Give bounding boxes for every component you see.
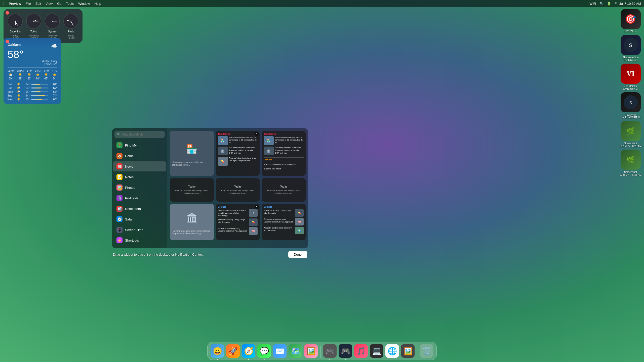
menubar-right: WiFi 🔍 🔋 Fri Jul 7 10:30 AM: [589, 2, 641, 6]
science-story-text: Why People Stop Using Drugs Like Ozempic: [218, 218, 248, 224]
sidebar-item-findmy[interactable]: 📍 Find My: [113, 140, 166, 150]
dock-app-gallery[interactable]: 🖼️: [400, 344, 415, 358]
news-card-today-1[interactable]: Today From Apple News: Get today's news,…: [170, 178, 214, 202]
shortcuts-icon: ⚡: [116, 237, 123, 243]
sidebar-item-podcasts[interactable]: 🎙️ Podcasts: [113, 193, 166, 203]
sidebar-app-hitman[interactable]: 🎯 HITMAN™: [621, 9, 641, 33]
sidebar-item-photos[interactable]: 🖼️ Photos: [113, 183, 166, 193]
dock-app-finder[interactable]: 😀: [210, 344, 225, 358]
terminal-icon: 💻: [370, 344, 383, 358]
story-item: 🏪 El Paso Walmart mass shooter sentenced…: [218, 136, 258, 145]
sidebar-app-screenshot-2[interactable]: 🌿 Screenshot2023-07-…8:35 AM: [620, 150, 641, 176]
search-icon[interactable]: 🔍: [599, 2, 603, 6]
story-thumb-1: 🏪: [218, 136, 228, 145]
menu-go[interactable]: Go: [57, 2, 61, 6]
sidebar-app-warhammer[interactable]: S Total WarWARHAMMER III: [621, 92, 641, 119]
science-tag-2: Science: [264, 206, 304, 208]
sidebar-item-notes[interactable]: 📝 Notes: [113, 172, 166, 182]
widget-search-bar[interactable]: 🔍: [114, 131, 165, 138]
news-card-science-2[interactable]: Science Why People Stop Using Drugs Like…: [262, 204, 306, 240]
search-icon: 🔍: [117, 133, 121, 136]
sidebar-item-shortcuts[interactable]: ⚡ Shortcuts: [113, 235, 166, 245]
science-story-text: Alzheimer's-slowing drug Leqembi gains f…: [264, 218, 294, 223]
dock-app-music[interactable]: 🎵: [354, 344, 368, 358]
menu-edit[interactable]: Edit: [35, 2, 41, 6]
menu-extras[interactable]: 🔋: [607, 2, 611, 6]
app-name[interactable]: Preview: [9, 2, 21, 6]
sidebar-item-home[interactable]: 🏠 Home: [113, 151, 166, 161]
trash-icon: 🗑️: [420, 344, 433, 358]
sidebar-app-screenshot-1[interactable]: 🌿 Screenshot2023-07-…8:26 AM: [620, 121, 641, 148]
search-input[interactable]: [122, 133, 162, 136]
daily-sat: Sat ☀️ 64° 64°: [8, 82, 57, 86]
dock-app-trash[interactable]: 🗑️: [419, 344, 434, 358]
story-text-2: McCarthy declines to endorse Trump — loo…: [229, 147, 258, 154]
dock-app-launchpad[interactable]: 🚀: [226, 344, 240, 358]
safari-label: Safari: [125, 217, 134, 221]
dock-app-mail[interactable]: ✉️: [272, 344, 287, 358]
dock-app-game[interactable]: 🎮: [323, 344, 337, 358]
home-icon: 🏠: [116, 153, 123, 159]
svg-text:S: S: [629, 101, 632, 105]
photos-dock-icon: 🖼️: [304, 344, 318, 358]
news-card-science-1[interactable]: ✕ Science Harvard professor believes he'…: [216, 204, 260, 240]
wifi-icon[interactable]: WiFi: [589, 2, 596, 6]
dock-app-photos[interactable]: 🖼️: [304, 344, 318, 358]
daily-tue: Tue ☀️ 54° 74°: [8, 94, 57, 97]
news-card-top-stories-2[interactable]: Top Stories 🏪 El Paso Walmart mass shoot…: [262, 131, 306, 176]
menu-window[interactable]: Window: [78, 2, 90, 6]
news-card-today-3[interactable]: Today From Apple News: Get today's news,…: [262, 178, 306, 202]
dock-app-messages[interactable]: 💬: [257, 344, 271, 358]
science-card-content-2: Science Why People Stop Using Drugs Like…: [262, 204, 306, 236]
sidebar-app-civ6[interactable]: VI Sid Meier'sCivilization VI: [621, 64, 641, 90]
story-item: 🏛️ McCarthy declines to endorse Trump — …: [264, 147, 304, 155]
sidebar-item-screentime[interactable]: 📱 Screen Time: [113, 225, 166, 235]
done-button[interactable]: Done: [288, 251, 307, 258]
clock-sydney: Sydney Tomorrow+17HRS: [45, 14, 60, 39]
menu-view[interactable]: View: [46, 2, 53, 6]
news-card-top-stories-1[interactable]: ✕ Top Stories 🏪 El Paso Walmart mass sho…: [216, 131, 260, 176]
clock-city-tokyo: Tokyo: [30, 30, 37, 33]
widget-content-area: 🏪 El Paso Walmart mass shooter sentenced…: [167, 128, 308, 248]
sidebar-item-reminders[interactable]: ☑️ Reminders: [113, 204, 166, 214]
dock-app-maps[interactable]: 🗺️: [288, 344, 303, 358]
news-image-placeholder-1: 🏪: [181, 139, 203, 160]
warhammer-logo-icon: S: [623, 95, 638, 110]
story-text: McCarthy declines to endorse Trump — loo…: [275, 147, 304, 154]
weather-widget-close[interactable]: [6, 40, 9, 43]
story-thumb-2: 🏛️: [218, 147, 228, 155]
clock-cupertino: Cupertino Today+0HRS: [8, 14, 23, 39]
weather-city: Oakland: [8, 43, 21, 47]
dock-app-chrome[interactable]: 🌐: [385, 344, 399, 358]
menu-tools[interactable]: Tools: [66, 2, 74, 6]
menu-file[interactable]: File: [26, 2, 31, 6]
shadow-tr-app-label: Shadow of theTomb Raider: [623, 56, 639, 62]
clock-paris: Paris Today+8HRS: [63, 14, 78, 39]
dock-app-steam[interactable]: 🎮: [338, 344, 353, 358]
sidebar-app-shadow-tomb-raider[interactable]: S Shadow of theTomb Raider: [621, 35, 641, 62]
dock-app-safari[interactable]: 🧭: [241, 344, 256, 358]
menu-help[interactable]: Help: [94, 2, 101, 6]
story-item: 🏪 El Paso Walmart mass shooter sentenced…: [264, 136, 304, 145]
clock-city-sydney: Sydney: [48, 30, 56, 33]
story-item: 💊 America's top cholesterol drug has a p…: [218, 157, 258, 166]
clock-city-paris: Paris: [68, 30, 74, 33]
dock-app-terminal[interactable]: 💻: [369, 344, 384, 358]
news-image-caption-2: Harvard professor believes he's found fr…: [170, 228, 214, 236]
weather-hourly: 11 AM⛅59° 12 PM☀️61° 1 PM☀️63° 2 PM☀️64°…: [8, 67, 57, 80]
sidebar-item-news[interactable]: 📰 News: [113, 161, 166, 171]
chrome-icon: 🌐: [385, 344, 399, 358]
news-card-image-2[interactable]: 🏛️ Harvard professor believes he's found…: [170, 204, 214, 240]
findmy-label: Find My: [125, 144, 137, 147]
shadow-tr-app-icon: S: [621, 35, 641, 55]
apple-menu[interactable]: : [3, 2, 4, 6]
weather-temp: 58°: [8, 49, 57, 60]
game-icon: 🎮: [323, 344, 337, 358]
sidebar-item-safari[interactable]: 🧭 Safari: [113, 214, 166, 224]
news-card-today-2[interactable]: Today From Apple News: Get today's news,…: [216, 178, 260, 202]
news-card-image-1[interactable]: 🏪 El Paso Walmart mass shooter sentenced…: [170, 131, 214, 176]
podcasts-icon: 🎙️: [116, 195, 123, 201]
science-story: Why People Stop Using Drugs Like Ozempic…: [218, 218, 258, 226]
science-thumb: 🌍: [295, 227, 304, 234]
clock-widget-close[interactable]: [6, 11, 9, 15]
